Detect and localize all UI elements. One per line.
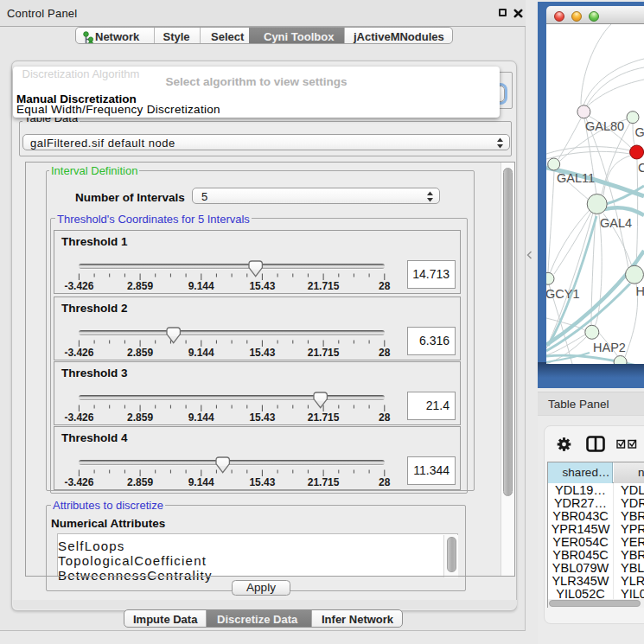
svg-text:GAL11: GAL11 bbox=[557, 171, 595, 185]
svg-text:H: H bbox=[636, 284, 644, 298]
svg-text:HAP2: HAP2 bbox=[593, 341, 626, 354]
svg-text:GAL4: GAL4 bbox=[600, 216, 632, 230]
svg-text:GAL80: GAL80 bbox=[585, 119, 624, 133]
svg-text:GCY1: GCY1 bbox=[546, 287, 580, 301]
svg-text:GA: GA bbox=[635, 125, 644, 139]
svg-text:C: C bbox=[638, 161, 644, 175]
